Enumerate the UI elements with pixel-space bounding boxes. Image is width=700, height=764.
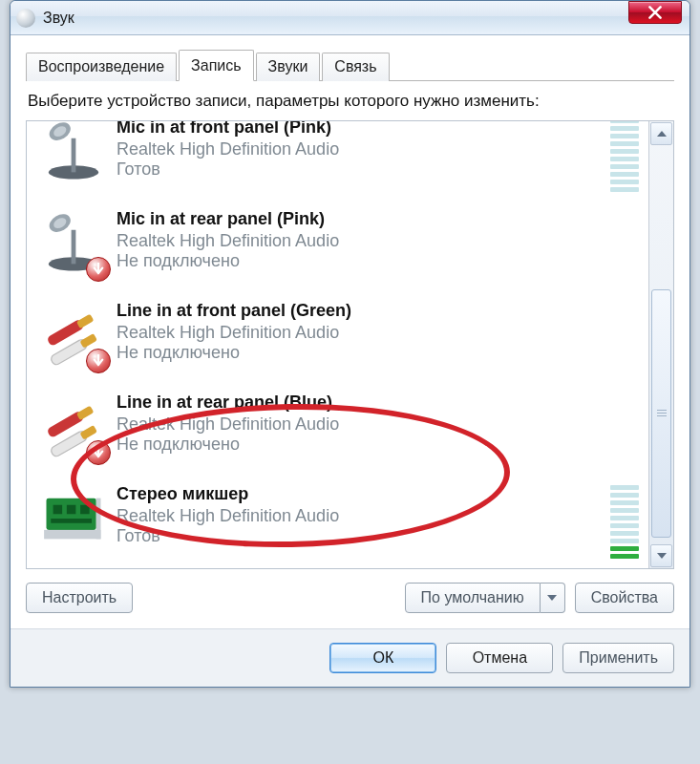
- mic-icon: [31, 121, 117, 192]
- card-icon: [31, 478, 117, 559]
- scroll-down-button[interactable]: [650, 544, 672, 567]
- close-button[interactable]: [628, 1, 682, 24]
- device-name: Mic in at rear panel (Pink): [117, 209, 610, 229]
- device-name: Mic in at front panel (Pink): [117, 121, 610, 138]
- device-status: Не подключено: [117, 343, 610, 363]
- chevron-up-icon: [657, 131, 667, 137]
- sound-dialog: Звук Воспроизведение Запись Звуки Связь …: [10, 0, 690, 688]
- device-row[interactable]: Mic in at rear panel (Pink)Realtek High …: [27, 198, 648, 289]
- window-title: Звук: [43, 10, 684, 27]
- device-list: Mic in at front panel (Pink)Realtek High…: [26, 120, 674, 569]
- tab-bar: Воспроизведение Запись Звуки Связь: [26, 49, 674, 81]
- cancel-button[interactable]: Отмена: [446, 643, 553, 673]
- configure-button[interactable]: Настроить: [26, 583, 133, 613]
- client-area: Воспроизведение Запись Звуки Связь Выбер…: [11, 35, 689, 628]
- device-row[interactable]: Mic in at front panel (Pink)Realtek High…: [27, 121, 648, 198]
- device-driver: Realtek High Definition Audio: [117, 139, 610, 159]
- mic-icon: [31, 203, 117, 284]
- svg-rect-5: [72, 230, 76, 265]
- svg-rect-19: [80, 505, 90, 515]
- set-default-button[interactable]: По умолчанию: [405, 583, 541, 613]
- level-meter: [610, 482, 639, 559]
- chevron-down-icon: [547, 595, 557, 601]
- dialog-footer: ОК Отмена Применить: [11, 628, 689, 687]
- device-name: Line in at front panel (Green): [117, 301, 610, 321]
- instruction-text: Выберите устройство записи, параметры ко…: [28, 91, 674, 111]
- level-meter: [610, 121, 639, 192]
- apply-button[interactable]: Применить: [562, 643, 674, 673]
- device-row[interactable]: Line in at front panel (Green)Realtek Hi…: [27, 289, 648, 381]
- app-icon: [16, 9, 35, 28]
- list-buttons-row: Настроить По умолчанию Свойства: [26, 583, 674, 613]
- svg-rect-18: [67, 505, 76, 515]
- tab-recording[interactable]: Запись: [179, 50, 254, 81]
- chevron-down-icon: [657, 553, 667, 559]
- scrollbar[interactable]: [648, 121, 673, 568]
- device-text: Line in at front panel (Green)Realtek Hi…: [117, 295, 610, 363]
- device-text: Mic in at rear panel (Pink)Realtek High …: [117, 203, 610, 271]
- device-list-viewport[interactable]: Mic in at front panel (Pink)Realtek High…: [27, 121, 648, 568]
- ok-button[interactable]: ОК: [329, 643, 436, 673]
- svg-rect-21: [44, 530, 100, 540]
- device-driver: Realtek High Definition Audio: [117, 231, 610, 251]
- device-text: Mic in at front panel (Pink)Realtek High…: [117, 121, 610, 180]
- scroll-track[interactable]: [649, 146, 673, 543]
- device-text: Line in at rear panel (Blue)Realtek High…: [117, 387, 610, 455]
- tab-communications[interactable]: Связь: [322, 53, 389, 81]
- tab-playback[interactable]: Воспроизведение: [26, 53, 177, 81]
- device-driver: Realtek High Definition Audio: [117, 414, 610, 435]
- set-default-dropdown[interactable]: [541, 583, 565, 613]
- svg-rect-17: [53, 505, 63, 515]
- properties-button[interactable]: Свойства: [575, 583, 674, 613]
- set-default-splitbutton[interactable]: По умолчанию: [405, 583, 565, 613]
- device-status: Готов: [117, 159, 610, 180]
- svg-rect-20: [51, 519, 92, 523]
- svg-rect-22: [96, 499, 101, 540]
- cable-icon: [31, 387, 117, 467]
- device-status: Не подключено: [117, 435, 610, 455]
- scroll-up-button[interactable]: [650, 122, 672, 145]
- device-driver: Realtek High Definition Audio: [117, 506, 610, 526]
- titlebar[interactable]: Звук: [11, 1, 689, 35]
- close-icon: [648, 6, 662, 19]
- scroll-thumb[interactable]: [651, 289, 671, 538]
- device-name: Line in at rear panel (Blue): [117, 393, 610, 413]
- device-text: Стерео микшерRealtek High Definition Aud…: [117, 478, 610, 546]
- device-row[interactable]: Line in at rear panel (Blue)Realtek High…: [27, 381, 648, 473]
- device-status: Готов: [117, 526, 610, 546]
- svg-rect-1: [72, 138, 76, 173]
- device-name: Стерео микшер: [117, 484, 610, 504]
- device-driver: Realtek High Definition Audio: [117, 323, 610, 343]
- tab-sounds[interactable]: Звуки: [256, 53, 321, 81]
- cable-icon: [31, 295, 117, 375]
- device-status: Не подключено: [117, 251, 610, 271]
- device-row[interactable]: Стерео микшерRealtek High Definition Aud…: [27, 473, 648, 564]
